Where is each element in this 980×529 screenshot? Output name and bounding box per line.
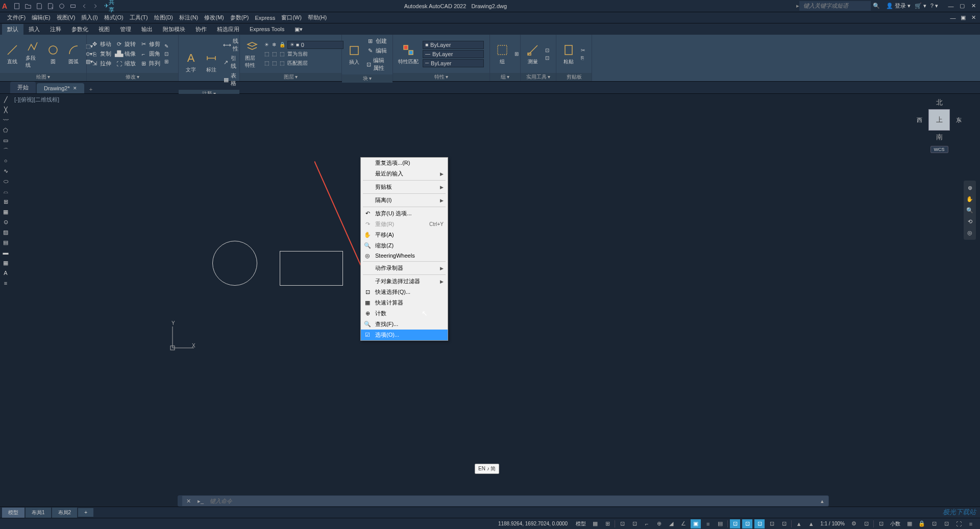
share-button[interactable]: ✈ 共享 <box>105 2 113 10</box>
ribbon-tab-manage[interactable]: 管理 <box>115 24 136 35</box>
tool-ellipse-icon[interactable]: ⬭ <box>1 177 10 186</box>
status-model[interactable]: 模型 <box>574 520 588 527</box>
ctx-repeat[interactable]: 重复选项...(R) <box>361 158 448 168</box>
linetype-combo[interactable]: ─ ByLayer <box>423 59 484 67</box>
status-dyn-icon[interactable]: ⊡ <box>629 519 640 528</box>
ctx-clipboard[interactable]: 剪贴板▶ <box>361 182 448 192</box>
linear-button[interactable]: ⟷线性 <box>223 37 239 53</box>
status-polar-icon[interactable]: ⊕ <box>654 519 664 528</box>
create-block-button[interactable]: ⊞创建 <box>365 37 389 45</box>
tool-table-icon[interactable]: ▦ <box>1 258 10 267</box>
tool-point-icon[interactable]: ⊙ <box>1 217 10 226</box>
cmdline-close-icon[interactable]: ✕ <box>182 498 194 505</box>
menu-window[interactable]: 窗口(W) <box>278 13 305 22</box>
ribbon-tab-express[interactable]: Express Tools <box>244 24 289 34</box>
tool-arc-icon[interactable]: ⌒ <box>1 146 10 155</box>
panel-layers-title[interactable]: 图层 ▾ <box>240 73 341 81</box>
status-autoscale-icon[interactable]: ▲ <box>806 519 816 528</box>
modify-extra-1[interactable]: ✎ <box>163 43 169 49</box>
match-props-button[interactable]: 特性匹配 <box>396 42 421 66</box>
menu-help[interactable]: 帮助(H) <box>305 13 330 22</box>
layer-icon-3[interactable]: 🔒 <box>278 41 286 49</box>
status-snap-icon[interactable]: ⊞ <box>602 519 612 528</box>
status-infer-icon[interactable]: ⊡ <box>617 519 627 528</box>
menu-draw[interactable]: 绘图(D) <box>151 13 176 22</box>
panel-props-title[interactable]: 特性 ▾ <box>393 73 489 81</box>
tool-insert-icon[interactable]: ⊞ <box>1 197 10 206</box>
ribbon-tab-default[interactable]: 默认 <box>2 24 23 35</box>
status-clean-icon[interactable]: ⛶ <box>953 519 964 528</box>
ribbon-tab-output[interactable]: 输出 <box>136 24 158 35</box>
doc-restore-icon[interactable]: ▣ <box>959 14 968 21</box>
viewcube[interactable]: 上 <box>928 109 950 131</box>
layout-tab-2[interactable]: 布局2 <box>52 508 78 518</box>
edit-attr-button[interactable]: ⊡编辑属性 <box>365 56 389 72</box>
nav-zoom-icon[interactable]: 🔍 <box>965 205 975 215</box>
panel-utils-title[interactable]: 实用工具 ▾ <box>521 73 556 81</box>
qat-undo-icon[interactable] <box>80 2 88 10</box>
status-sel-filter-icon[interactable]: ⊡ <box>767 519 777 528</box>
compass-north[interactable]: 北 <box>936 98 943 107</box>
menu-tools[interactable]: 工具(T) <box>127 13 151 22</box>
ctx-pan[interactable]: ✋平移(A) <box>361 230 448 240</box>
layer-tool-3[interactable]: ⬚ <box>279 50 285 58</box>
ribbon-tab-view[interactable]: 视图 <box>93 24 115 35</box>
leader-button[interactable]: ↗引线 <box>223 54 239 70</box>
layer-icon-1[interactable]: ☀ <box>263 41 270 49</box>
menu-dim[interactable]: 标注(N) <box>176 13 201 22</box>
panel-draw-title[interactable]: 绘图 ▾ <box>0 73 86 81</box>
tool-ellipse-arc-icon[interactable]: ⌓ <box>1 187 10 196</box>
ctx-action-recorder[interactable]: 动作录制器▶ <box>361 263 448 273</box>
compass-east[interactable]: 东 <box>956 116 962 124</box>
text-button[interactable]: A文字 <box>182 50 200 74</box>
filetab-new-icon[interactable]: + <box>85 85 96 93</box>
qat-redo-icon[interactable] <box>91 2 100 10</box>
dim-button[interactable]: 标注 <box>202 50 220 74</box>
util-extra-2[interactable]: ⊡ <box>544 55 550 61</box>
match-layer-button[interactable]: 匹配图层 <box>286 59 309 67</box>
status-ws-icon[interactable]: ⚙ <box>849 519 859 528</box>
ctx-zoom[interactable]: 🔍缩放(Z) <box>361 240 448 251</box>
menu-insert[interactable]: 插入(I) <box>78 13 101 22</box>
status-lock-icon[interactable]: 🔒 <box>917 519 927 528</box>
tool-xline-icon[interactable]: ╳ <box>1 105 10 114</box>
drawn-rectangle[interactable] <box>280 251 343 286</box>
filetab-doc[interactable]: Drawing2*✕ <box>37 83 84 93</box>
measure-button[interactable]: 测量 <box>524 42 542 66</box>
status-gizmo-icon[interactable]: ⊡ <box>779 519 789 528</box>
tool-text-icon[interactable]: A <box>1 268 10 278</box>
qat-save-icon[interactable] <box>35 2 43 10</box>
array-button[interactable]: ⊞阵列 <box>139 59 161 68</box>
menu-view[interactable]: 视图(V) <box>54 13 79 22</box>
ctx-options[interactable]: ☑选项(O)... <box>361 330 448 340</box>
modify-extra-3[interactable]: ⊞ <box>163 58 169 65</box>
copy-button[interactable]: ⎘复制 <box>90 49 112 58</box>
login-button[interactable]: 👤 登录 ▾ <box>886 2 911 10</box>
layer-tool-2[interactable]: ⬚ <box>271 50 278 58</box>
ctx-quick-select[interactable]: ⊡快速选择(Q)... <box>361 287 448 297</box>
nav-pan-icon[interactable]: ✋ <box>965 194 975 204</box>
doc-minimize-icon[interactable]: — <box>948 14 958 21</box>
status-dyn-ucs-icon[interactable]: ⊡ <box>754 519 765 528</box>
modify-extra-2[interactable]: ⊡ <box>163 51 169 57</box>
arc-button[interactable]: 圆弧 <box>64 42 83 66</box>
rotate-button[interactable]: ⟳旋转 <box>114 40 137 48</box>
ctx-subobj-filter[interactable]: 子对象选择过滤器▶ <box>361 276 448 287</box>
menu-file[interactable]: 文件(F) <box>4 13 29 22</box>
ctx-quickcalc[interactable]: ▦快速计算器 <box>361 297 448 308</box>
view-label[interactable]: [-][俯视][二维线框] <box>14 96 59 104</box>
status-hw-icon[interactable]: ⊡ <box>941 519 951 528</box>
status-osnap-icon[interactable]: ▣ <box>691 519 701 528</box>
status-qp-icon[interactable]: ▦ <box>904 519 915 528</box>
status-units-icon[interactable]: ⊡ <box>876 519 886 528</box>
maximize-icon[interactable]: ▢ <box>958 3 967 10</box>
filetab-start[interactable]: 开始 <box>10 82 36 93</box>
color-combo[interactable]: ■ ByLayer <box>423 41 484 49</box>
doc-close-icon[interactable]: ✕ <box>969 14 978 21</box>
menu-edit[interactable]: 编辑(E) <box>29 13 54 22</box>
cut-icon[interactable]: ✂ <box>580 47 586 54</box>
circle-button[interactable]: 圆 <box>44 42 62 66</box>
stretch-button[interactable]: ⇲拉伸 <box>90 59 112 68</box>
ribbon-tab-annotate[interactable]: 注释 <box>45 24 66 35</box>
ctx-steeringwheels[interactable]: ◎SteeringWheels <box>361 251 448 260</box>
